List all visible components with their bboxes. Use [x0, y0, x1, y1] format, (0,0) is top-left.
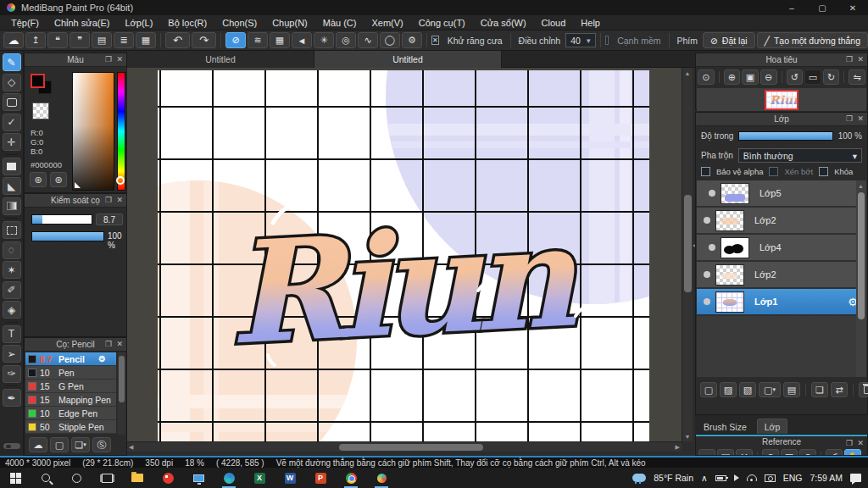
- close-icon[interactable]: ✕: [116, 340, 123, 348]
- menu-cloud[interactable]: Cloud: [534, 18, 574, 28]
- close-button[interactable]: ✕: [837, 0, 868, 15]
- snap-vanishing-button[interactable]: ◄: [292, 32, 312, 48]
- soft-edge-checkbox[interactable]: [605, 36, 609, 45]
- memo-button[interactable]: ❞: [70, 32, 90, 48]
- word-button[interactable]: W: [275, 468, 305, 488]
- rotate-reset-button[interactable]: ▭: [804, 69, 821, 85]
- scroll-up-icon[interactable]: ▲: [858, 180, 864, 191]
- lock-checkbox[interactable]: [819, 167, 828, 176]
- brush-cloud-button[interactable]: ☁: [29, 437, 47, 452]
- snap-concentric-button[interactable]: ◎: [336, 32, 356, 48]
- comment-button[interactable]: ❝: [47, 32, 68, 48]
- battery-icon[interactable]: [715, 475, 726, 481]
- layer-row-2a[interactable]: Lớp2: [697, 208, 866, 235]
- clock[interactable]: 7:59 AM: [810, 473, 843, 483]
- eyedropper-tool[interactable]: ✒: [3, 389, 21, 407]
- scroll-down-icon[interactable]: ▼: [685, 431, 691, 441]
- task-view-button[interactable]: [92, 468, 122, 488]
- visibility-dot-icon[interactable]: [709, 244, 715, 251]
- layer-opacity-slider[interactable]: [738, 131, 832, 141]
- brush-row-gpen[interactable]: 15 G Pen: [25, 380, 116, 393]
- document-tab-1[interactable]: Untitled: [127, 51, 314, 68]
- brush-row-stipple-pen[interactable]: 50 Stipple Pen: [25, 420, 116, 434]
- redo-button[interactable]: ↷: [192, 32, 216, 48]
- brush-save-button[interactable]: Ⓢ: [92, 437, 111, 452]
- menu-snap[interactable]: Chụp(N): [264, 18, 315, 28]
- language-indicator[interactable]: ENG: [783, 473, 803, 483]
- layer-row-2b[interactable]: Lớp2: [697, 262, 866, 289]
- antialias-checkbox[interactable]: ✕: [431, 36, 439, 45]
- brush-list-scrollbar[interactable]: [118, 352, 125, 435]
- vertical-scrollbar[interactable]: ▲ ▼: [682, 68, 693, 441]
- popout-icon[interactable]: ❐: [846, 114, 853, 123]
- menu-edit[interactable]: Chỉnh sửa(E): [47, 18, 117, 28]
- chrome-button[interactable]: [336, 468, 366, 488]
- display-app-button[interactable]: [183, 468, 214, 488]
- menu-layer[interactable]: Lớp(L): [117, 18, 160, 28]
- wifi-icon[interactable]: [747, 474, 757, 481]
- reference-zoom-in-button[interactable]: ⊕: [762, 449, 779, 456]
- text-tool[interactable]: T: [3, 325, 21, 343]
- gradient-tool[interactable]: [3, 197, 21, 215]
- adjust-dropdown[interactable]: 40 ▾: [565, 33, 595, 47]
- visibility-dot-icon[interactable]: [704, 217, 710, 224]
- alpha-lock-checkbox[interactable]: [701, 167, 710, 176]
- snap-off-button[interactable]: ⊘: [225, 32, 246, 48]
- document-tab-2[interactable]: Untitled: [314, 51, 502, 68]
- merge-layer-button[interactable]: ⇄: [831, 382, 848, 397]
- menu-tools[interactable]: Công cụ(T): [411, 18, 473, 28]
- rotate-right-button[interactable]: ↻: [823, 69, 840, 85]
- select-pen-tool[interactable]: ✐: [3, 281, 21, 299]
- brush-add-button[interactable]: ▢: [50, 437, 69, 452]
- transparent-color-swatch[interactable]: [32, 103, 49, 119]
- weather-text[interactable]: 85°F Rain: [654, 473, 693, 483]
- tab-brush-size[interactable]: Brush Size: [697, 419, 754, 435]
- new-1bit-layer-button[interactable]: ▧: [739, 382, 756, 397]
- brush-row-pencil[interactable]: 8.7 Pencil ⚙: [25, 352, 116, 366]
- weather-icon[interactable]: [632, 474, 646, 482]
- hscroll-thumb[interactable]: [339, 444, 483, 451]
- maximize-button[interactable]: ▢: [807, 0, 837, 15]
- select-eraser-tool[interactable]: ◈: [3, 301, 21, 319]
- material-button[interactable]: ▦: [136, 32, 156, 48]
- close-icon[interactable]: ✕: [857, 55, 864, 64]
- vscroll-thumb[interactable]: [684, 195, 692, 292]
- operate-tool[interactable]: ➢: [3, 345, 21, 363]
- control-point-tool[interactable]: ✓: [3, 114, 21, 131]
- brush-settings-icon[interactable]: ⚙: [98, 354, 106, 363]
- palette-grid-button[interactable]: ⊛: [50, 172, 67, 187]
- delete-layer-button[interactable]: [859, 382, 868, 397]
- snap-curve-button[interactable]: ∿: [358, 32, 378, 48]
- snap-parallel-button[interactable]: ≋: [248, 32, 268, 48]
- medibang-taskbar-button[interactable]: [366, 468, 397, 488]
- reference-open-button[interactable]: ▤: [717, 449, 734, 456]
- publish-button[interactable]: ↥: [25, 32, 46, 48]
- menu-view[interactable]: Xem(V): [364, 18, 410, 28]
- zoom-out-button[interactable]: ⊖: [760, 69, 777, 85]
- visibility-dot-icon[interactable]: [704, 271, 710, 278]
- palette-button[interactable]: ⊛: [30, 172, 47, 187]
- cortana-button[interactable]: [61, 468, 92, 488]
- taskbar-search-button[interactable]: [31, 468, 61, 488]
- list-button[interactable]: ≣: [114, 32, 134, 48]
- volume-icon[interactable]: [734, 474, 739, 481]
- cloud-button[interactable]: ☁: [3, 32, 24, 48]
- menu-file[interactable]: Tệp(F): [3, 18, 47, 28]
- reset-button[interactable]: ⊘ Đặt lại: [703, 32, 755, 48]
- reference-hand-button[interactable]: ✋: [844, 449, 861, 456]
- eraser-tool[interactable]: ◇: [3, 74, 21, 92]
- brush-row-edge-pen[interactable]: 10 Edge Pen: [25, 407, 116, 420]
- flip-view-button[interactable]: ⇋: [849, 69, 865, 85]
- snap-grid-button[interactable]: ▦: [270, 32, 290, 48]
- undo-button[interactable]: ↶: [165, 32, 190, 48]
- visibility-dot-icon[interactable]: [704, 298, 710, 305]
- red-app-button[interactable]: [153, 468, 183, 488]
- clip-checkbox[interactable]: [769, 167, 778, 176]
- straight-line-button[interactable]: ╱ Tạo một đường thẳng: [757, 32, 868, 48]
- popout-icon[interactable]: ❐: [846, 55, 853, 64]
- reference-zoom-out-button[interactable]: ⊖: [799, 449, 816, 456]
- close-icon[interactable]: ✕: [116, 196, 123, 204]
- popout-icon[interactable]: ❐: [105, 55, 112, 64]
- move-tool[interactable]: ✛: [3, 133, 21, 151]
- lasso-tool[interactable]: ◌: [3, 241, 21, 259]
